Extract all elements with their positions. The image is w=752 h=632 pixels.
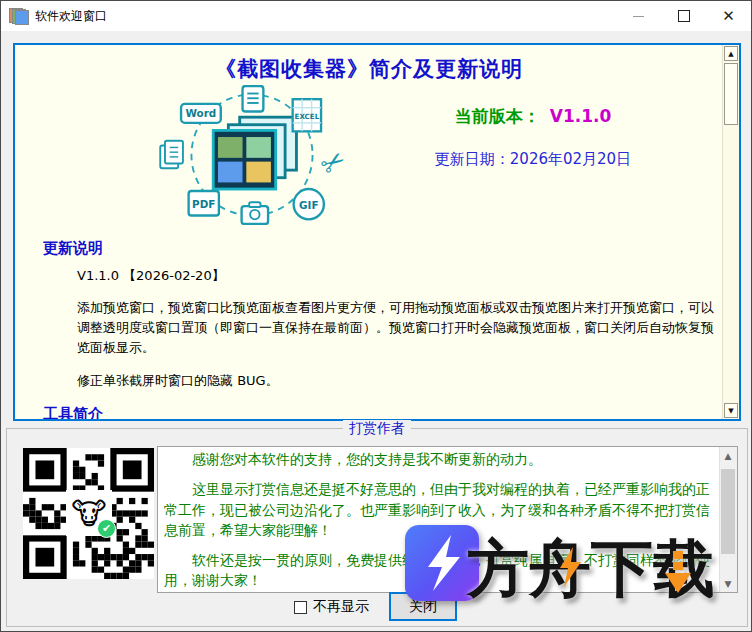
titlebar: 软件欢迎窗口 ✕ (1, 1, 751, 31)
welcome-window: 软件欢迎窗口 ✕ 《截图收集器》简介及更新说明 (0, 0, 752, 632)
update-date: 更新日期：2026年02月20日 (357, 150, 709, 169)
app-icon (9, 8, 27, 24)
donate-paragraph: 这里显示打赏信息还是挺不好意思的，但由于我对编程的执着，已经严重影响我的正常工作… (164, 479, 715, 540)
scissors-icon: ✂ (314, 143, 352, 184)
svg-text:✂: ✂ (314, 143, 352, 184)
image-stack-icon (213, 117, 296, 189)
textarea-scrollbar[interactable]: ▲ ▼ (719, 447, 737, 592)
collector-illustration: Word EXCEL ✂ (147, 85, 357, 225)
dont-show-label: 不再显示 (313, 598, 369, 616)
textarea-scrollbar-thumb[interactable] (721, 469, 735, 554)
document-icon (243, 86, 264, 112)
donate-message-textarea[interactable]: 感谢您对本软件的支持，您的支持是我不断更新的动力。 这里显示打赏信息还是挺不好意… (157, 446, 738, 593)
version-value: V1.1.0 (550, 106, 612, 126)
dont-show-again[interactable]: 不再显示 (294, 598, 369, 616)
scroll-up-icon[interactable]: ▲ (720, 447, 736, 464)
svg-text:PDF: PDF (192, 198, 215, 210)
pdf-icon: PDF (189, 191, 219, 216)
panel-scrollbar[interactable]: ▲ ▼ (722, 45, 739, 419)
donate-paragraph: 感谢您对本软件的支持，您的支持是我不断更新的动力。 (164, 449, 715, 469)
gif-icon: GIF (294, 189, 324, 219)
word-icon: Word (181, 104, 221, 123)
donate-groupbox: 打赏作者 🐮 ✔ 感谢您对本软件的支持，您的支持是我不断更新的动力。 这里显示打… (6, 428, 748, 627)
cow-mascot-icon: 🐮 ✔ (66, 490, 112, 536)
scroll-down-icon[interactable]: ▼ (724, 403, 738, 418)
copies-icon (160, 141, 183, 168)
donate-message-text: 感谢您对本软件的支持，您的支持是我不断更新的动力。 这里显示打赏信息还是挺不好意… (164, 449, 715, 592)
scroll-down-icon[interactable]: ▼ (720, 575, 736, 592)
scrollbar-thumb[interactable] (724, 63, 738, 125)
window-title: 软件欢迎窗口 (35, 8, 107, 25)
close-window-button[interactable]: ✕ (706, 1, 751, 31)
section-heading-update: 更新说明 (43, 239, 709, 258)
update-paragraph-1: 添加预览窗口，预览窗口比预览面板查看图片更方便，可用拖动预览面板或双击预览图片来… (77, 298, 717, 358)
svg-text:Word: Word (186, 107, 217, 119)
donation-qr-code: 🐮 ✔ (23, 448, 154, 579)
camera-icon (242, 202, 268, 224)
section-heading-intro: 工具简介 (43, 405, 709, 419)
update-paragraph-2: 修正单张截屏时窗口的隐藏 BUG。 (77, 371, 717, 391)
minimize-button[interactable] (616, 1, 661, 31)
svg-text:EXCEL: EXCEL (295, 112, 320, 121)
maximize-button[interactable] (661, 1, 706, 31)
donate-group-title: 打赏作者 (343, 420, 411, 438)
current-version-line: 当前版本：V1.1.0 (357, 105, 709, 128)
svg-text:GIF: GIF (299, 199, 319, 211)
info-panel: 《截图收集器》简介及更新说明 (13, 43, 741, 421)
info-panel-content: 《截图收集器》简介及更新说明 (15, 45, 723, 419)
version-entry: V1.1.0 【2026-02-20】 (77, 266, 717, 286)
donate-paragraph: 软件还是按一贯的原则，免费提供给大家使用，打赏纯属自愿，不打赏同样不影响使用，谢… (164, 550, 715, 591)
scroll-up-icon[interactable]: ▲ (724, 46, 738, 61)
page-title: 《截图收集器》简介及更新说明 (29, 55, 709, 83)
check-badge-icon: ✔ (97, 519, 116, 538)
version-label: 当前版本： (455, 106, 540, 126)
dont-show-checkbox[interactable] (294, 601, 307, 614)
close-button[interactable]: 关闭 (389, 592, 457, 621)
excel-icon: EXCEL (293, 99, 321, 131)
